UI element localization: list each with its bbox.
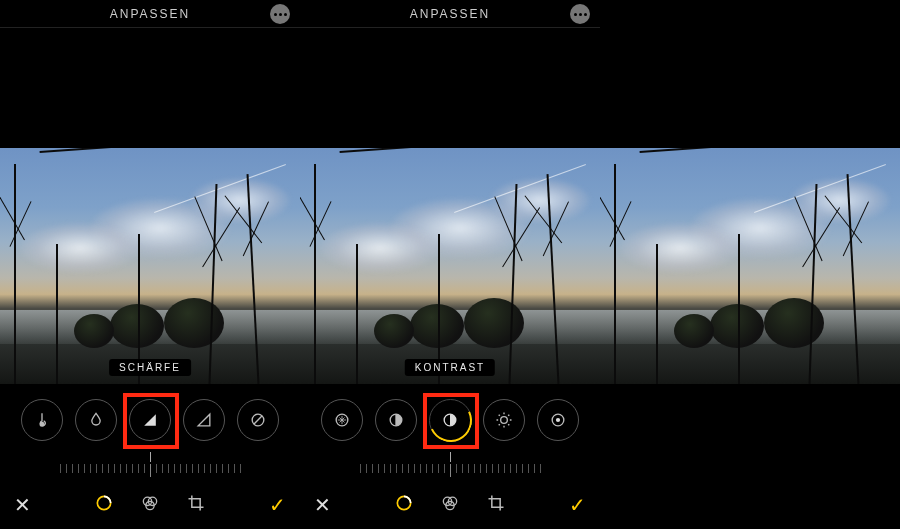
tint-icon[interactable] — [75, 399, 117, 441]
tutorial-highlight — [423, 393, 479, 449]
value-slider[interactable] — [0, 448, 300, 480]
noise-reduction-icon[interactable] — [237, 399, 279, 441]
value-slider[interactable] — [300, 448, 600, 480]
spacer — [300, 28, 600, 148]
topbar: ANPASSEN — [0, 0, 300, 28]
svg-point-8 — [444, 414, 456, 426]
definition-icon[interactable] — [183, 399, 225, 441]
sharpness-icon[interactable] — [129, 399, 171, 441]
done-button[interactable]: ✓ — [269, 495, 286, 515]
crop-tab-icon[interactable] — [486, 493, 506, 517]
cancel-button[interactable]: ✕ — [314, 495, 331, 515]
crop-tab-icon[interactable] — [186, 493, 206, 517]
svg-point-11 — [556, 418, 560, 422]
filters-tab-icon[interactable] — [440, 493, 460, 517]
more-button[interactable] — [570, 4, 590, 24]
adjustment-label: KONTRAST — [405, 359, 495, 376]
svg-point-9 — [501, 417, 508, 424]
filters-tab-icon[interactable] — [140, 493, 160, 517]
editor-screen-3 — [600, 0, 900, 529]
adjustment-tools-row — [300, 384, 600, 448]
slider-ticks — [360, 464, 541, 477]
contrast-icon[interactable] — [429, 399, 471, 441]
adjust-tab-icon[interactable] — [94, 493, 114, 517]
editor-screen-2: ANPASSEN KONTRAST — [300, 0, 600, 529]
more-button[interactable] — [270, 4, 290, 24]
bottom-toolbar: ✕ ✓ — [300, 487, 600, 529]
adjustment-label: SCHÄRFE — [109, 359, 191, 376]
spacer — [0, 28, 300, 148]
slider-pointer — [450, 452, 451, 462]
bottom-toolbar: ✕ ✓ — [0, 487, 300, 529]
slider-pointer — [150, 452, 151, 462]
exposure-icon[interactable] — [321, 399, 363, 441]
cancel-button[interactable]: ✕ — [14, 495, 31, 515]
brightness-icon[interactable] — [483, 399, 525, 441]
black-point-icon[interactable] — [537, 399, 579, 441]
topbar: ANPASSEN — [300, 0, 600, 28]
photo-preview[interactable]: SCHÄRFE — [0, 148, 300, 384]
editor-screen-1: ANPASSEN SCHÄRFE — [0, 0, 300, 529]
adjustment-tools-row — [0, 384, 300, 448]
page-title: ANPASSEN — [410, 7, 490, 21]
warmth-icon[interactable] — [21, 399, 63, 441]
svg-point-0 — [40, 422, 44, 426]
photo-preview[interactable] — [600, 148, 900, 384]
photo-preview[interactable]: KONTRAST — [300, 148, 600, 384]
done-button[interactable]: ✓ — [569, 495, 586, 515]
page-title: ANPASSEN — [110, 7, 190, 21]
adjust-tab-icon[interactable] — [394, 493, 414, 517]
slider-ticks — [60, 464, 241, 477]
brilliance-icon[interactable] — [375, 399, 417, 441]
